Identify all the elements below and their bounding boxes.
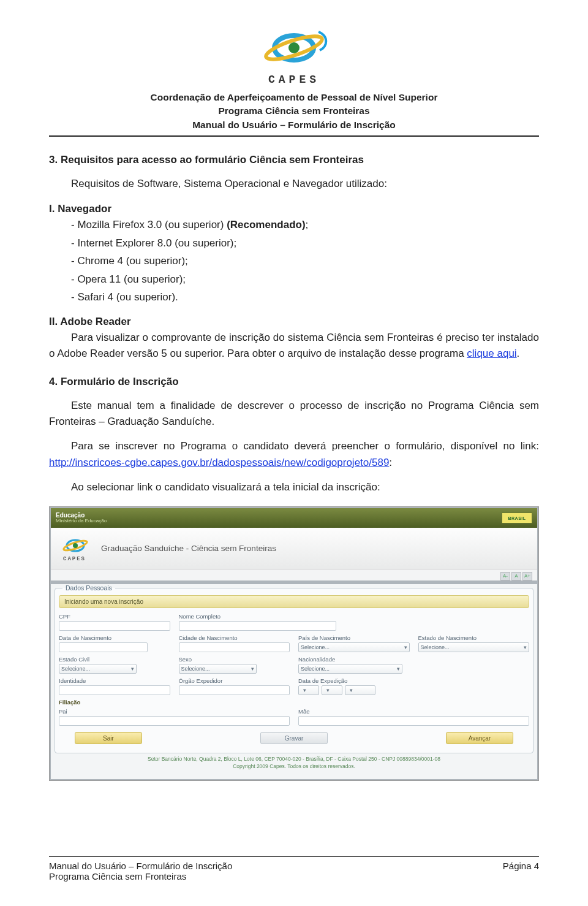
input-cpf[interactable]	[59, 621, 170, 631]
label-pais-nasc: País de Nascimento	[298, 634, 410, 641]
page-footer: Manual do Usuário – Formulário de Inscri…	[49, 856, 539, 881]
label-nacionalidade: Nacionalidade	[298, 656, 529, 663]
input-cidade-nasc[interactable]	[179, 642, 290, 652]
ss-page-title: Graduação Sanduíche - Ciência sem Fronte…	[101, 544, 276, 553]
ss-fontsize-controls: A- A A+	[51, 569, 537, 581]
label-mae: Mãe	[298, 708, 529, 715]
label-data-nasc: Data de Nascimento	[59, 634, 170, 641]
link-inscricoes[interactable]: http://inscricoes-cgbe.capes.gov.br/dado…	[49, 457, 389, 468]
input-nome[interactable]	[179, 621, 337, 631]
section-4-p3: Ao selecionar link o candidato visualiza…	[49, 479, 539, 495]
browser-chrome: - Chrome 4 (ou superior);	[71, 253, 539, 269]
avancar-button[interactable]: Avançar	[446, 732, 513, 744]
input-identidade[interactable]	[59, 685, 170, 695]
svg-point-2	[288, 42, 300, 53]
input-orgao[interactable]	[179, 685, 290, 695]
label-pai: Pai	[59, 708, 290, 715]
section-4-title: 4. Formulário de Inscrição	[49, 376, 539, 388]
section-4-p2: Para se inscrever no Programa o candidat…	[49, 438, 539, 471]
ss-footer-line2: Copyright 2009 Capes. Todos os direitos …	[64, 763, 524, 771]
header-line2: Programa Ciência sem Fronteiras	[49, 104, 539, 118]
ss-footer-line1: Setor Bancário Norte, Quadra 2, Bloco L,…	[64, 756, 524, 763]
input-pai[interactable]	[59, 716, 290, 726]
label-sexo: Sexo	[179, 656, 290, 663]
footer-page-number: Página 4	[503, 861, 539, 881]
label-orgao: Órgão Expedidor	[179, 677, 290, 684]
input-data-nasc[interactable]	[59, 642, 148, 652]
footer-line2: Programa Ciência sem Fronteiras	[49, 871, 232, 881]
browser-opera: - Opera 11 (ou superior);	[71, 272, 539, 287]
select-estado-civil[interactable]: Selecione...	[59, 664, 137, 674]
browser-firefox: - Mozilla Firefox 3.0 (ou superior) (Rec…	[71, 217, 539, 233]
header-line3: Manual do Usuário – Formulário de Inscri…	[49, 118, 539, 132]
label-identidade: Identidade	[59, 677, 170, 684]
ss-footer: Setor Bancário Norte, Quadra 2, Bloco L,…	[52, 753, 536, 775]
capes-logo-block: CAPES	[49, 25, 539, 86]
brasil-flag-badge: BRASIL	[502, 512, 532, 523]
section-4-p1: Este manual tem a finalidade de descreve…	[49, 398, 539, 430]
select-sexo[interactable]: Selecione...	[179, 664, 257, 674]
select-data-exp-mes[interactable]	[322, 685, 342, 695]
ss-headerbar: CAPES Graduação Sanduíche - Ciência sem …	[51, 528, 537, 569]
ss-ministerio: Ministério da Educação	[56, 519, 107, 524]
fieldset-legend: Dados Pessoais	[62, 584, 115, 592]
item-i-navegador: I. Navegador	[49, 201, 539, 217]
dados-pessoais-fieldset: Dados Pessoais Iniciando uma nova inscri…	[55, 584, 533, 753]
ss-topbar: Educação Ministério da Educação BRASIL	[51, 508, 537, 528]
header-line1: Coordenação de Aperfeiçoamento de Pessoa…	[49, 91, 539, 104]
capes-logo-icon	[251, 25, 337, 74]
input-mae[interactable]	[298, 716, 529, 726]
label-cpf: CPF	[59, 613, 170, 620]
select-data-exp-dia[interactable]	[298, 685, 319, 695]
adobe-reader-paragraph: Para visualizar o comprovante de inscriç…	[49, 330, 539, 362]
select-pais-nasc[interactable]: Selecione...	[298, 642, 410, 652]
label-data-exp: Data de Expedição	[298, 677, 529, 684]
form-screenshot: Educação Ministério da Educação BRASIL C…	[49, 506, 539, 781]
select-nacionalidade[interactable]: Selecione...	[298, 664, 402, 674]
ss-body: Dados Pessoais Iniciando uma nova inscri…	[51, 584, 537, 779]
label-nome: Nome Completo	[179, 613, 530, 620]
svg-point-5	[73, 543, 78, 548]
label-filiacao: Filiação	[59, 699, 529, 706]
font-default-button[interactable]: A	[511, 572, 521, 581]
svg-text:CAPES: CAPES	[63, 556, 86, 562]
select-estado-nasc[interactable]: Selecione...	[418, 642, 530, 652]
font-increase-button[interactable]: A+	[522, 572, 532, 581]
select-data-exp-ano[interactable]	[345, 685, 375, 695]
section-3-title: 3. Requisitos para acesso ao formulário …	[49, 154, 539, 166]
gravar-button[interactable]: Gravar	[260, 732, 328, 744]
capes-logo-text: CAPES	[49, 74, 539, 86]
browser-safari: - Safari 4 (ou superior).	[71, 289, 539, 305]
ss-capes-logo-icon: CAPES	[59, 535, 94, 563]
section-3-intro: Requisitos de Software, Sistema Operacio…	[71, 176, 539, 192]
link-clique-aqui[interactable]: clique aqui	[467, 348, 516, 359]
label-cidade-nasc: Cidade de Nascimento	[179, 634, 290, 641]
item-ii-adobe-reader: II. Adobe Reader	[49, 314, 539, 330]
font-decrease-button[interactable]: A-	[500, 572, 510, 581]
footer-line1: Manual do Usuário – Formulário de Inscri…	[49, 861, 232, 871]
ribbon-iniciando: Iniciando uma nova inscrição	[59, 595, 529, 608]
header-divider	[49, 135, 539, 137]
label-estado-civil: Estado Civil	[59, 656, 170, 663]
document-header: Coordenação de Aperfeiçoamento de Pessoa…	[49, 91, 539, 132]
label-estado-nasc: Estado de Nascimento	[418, 634, 530, 641]
sair-button[interactable]: Sair	[75, 732, 142, 744]
browser-ie: - Internet Explorer 8.0 (ou superior);	[71, 235, 539, 251]
